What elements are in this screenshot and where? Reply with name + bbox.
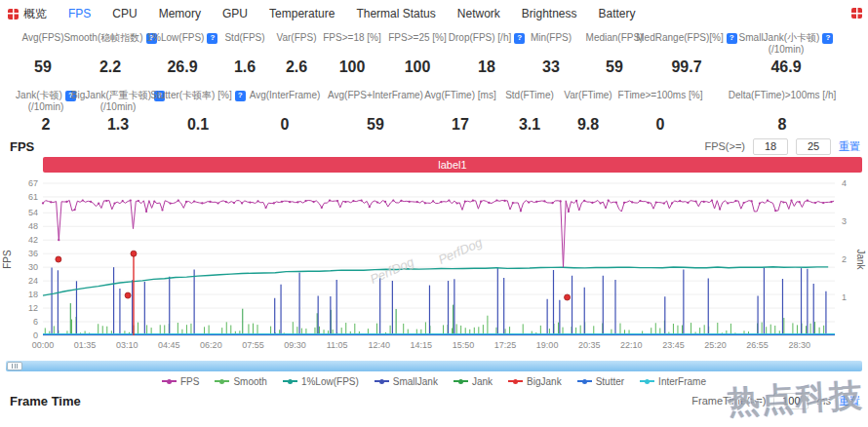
legend-item-jank[interactable]: Jank — [454, 376, 493, 387]
legend-item-1-low-fps-[interactable]: 1%Low(FPS) — [283, 376, 359, 387]
stat-value: 18 — [478, 58, 495, 76]
svg-text:28:30: 28:30 — [788, 340, 810, 350]
stat-label: Avg(FPS) — [21, 32, 63, 44]
nav-item-temperature[interactable]: Temperature — [269, 7, 335, 20]
svg-text:15:50: 15:50 — [453, 340, 475, 350]
svg-text:00:00: 00:00 — [32, 340, 55, 350]
fps-threshold-label: FPS(>=) — [704, 140, 745, 152]
svg-text:12: 12 — [28, 303, 38, 313]
stat-label: SmallJank(小卡顿) — [739, 32, 820, 44]
frametime-threshold-label: FrameTime(>=) — [691, 395, 766, 407]
dashboard-icon — [8, 9, 19, 19]
svg-text:3: 3 — [842, 216, 847, 226]
stat-value: 59 — [367, 116, 384, 134]
svg-text:48: 48 — [28, 221, 38, 231]
fps-chart: 6761544842363024181260432100:0001:3503:1… — [0, 174, 868, 359]
svg-text:19:00: 19:00 — [536, 340, 559, 350]
nav-item-label: Thermal Status — [356, 7, 435, 20]
svg-text:22:10: 22:10 — [620, 340, 643, 350]
legend-marker — [162, 380, 177, 382]
frametime-unit: ms — [816, 395, 831, 407]
fps-threshold-input-1[interactable] — [753, 138, 788, 155]
stat-value: 46.9 — [770, 58, 801, 76]
legend-item-bigjank[interactable]: BigJank — [508, 376, 562, 387]
stat-value: 2 — [42, 116, 51, 134]
stat-label: Var(FPS) — [277, 32, 317, 44]
stat-value: 33 — [542, 58, 560, 76]
stat-cell: FTime>=100ms [%]0 — [616, 90, 704, 134]
legend-item-smalljank[interactable]: SmallJank — [375, 376, 438, 387]
stat-cell: Delta(FTime)>100ms [/h]8 — [704, 90, 860, 134]
stat-cell: Drop(FPS) [/h]?18 — [453, 32, 521, 76]
stat-label: Drop(FPS) [/h] — [449, 32, 511, 44]
nav-item-fps[interactable]: FPS — [68, 7, 91, 20]
app-logo-icon[interactable] — [851, 8, 862, 19]
svg-text:25:20: 25:20 — [704, 340, 727, 350]
nav-item-memory[interactable]: Memory — [159, 7, 201, 20]
stat-cell: FPS>=25 [%]100 — [382, 32, 453, 76]
legend-item-fps[interactable]: FPS — [162, 376, 199, 387]
nav-item-gpu[interactable]: GPU — [222, 7, 248, 20]
stat-value: 0 — [281, 116, 290, 134]
svg-text:FPS: FPS — [2, 250, 13, 269]
legend-label: Smooth — [233, 376, 266, 387]
svg-text:0: 0 — [33, 330, 38, 340]
nav-item-label: Memory — [159, 7, 201, 20]
legend-item-stutter[interactable]: Stutter — [577, 376, 624, 387]
frametime-reset-button[interactable]: 重置 — [839, 394, 860, 408]
svg-text:24: 24 — [28, 276, 38, 286]
stat-label: Jank(卡顿) — [16, 90, 62, 101]
frametime-threshold-input[interactable] — [773, 393, 809, 409]
chart-legend: FPSSmooth1%Low(FPS)SmallJankJankBigJankS… — [0, 374, 868, 388]
stat-label: Avg(FPS+InterFrame) — [328, 90, 423, 101]
svg-text:23:45: 23:45 — [662, 340, 685, 350]
stat-value: 8 — [778, 116, 787, 134]
stats-row-1: Avg(FPS)59Smooth(稳帧指数)?2.21%Low(FPS)?26.… — [0, 32, 868, 76]
nav-item-overview[interactable]: 概览 — [8, 6, 47, 22]
help-icon[interactable]: ? — [207, 33, 217, 44]
fps-reset-button[interactable]: 重置 — [839, 139, 860, 154]
legend-label: FPS — [180, 376, 199, 387]
legend-item-smooth[interactable]: Smooth — [215, 376, 266, 387]
stat-label: Var(FTime) — [564, 90, 612, 101]
stat-cell: 1%Low(FPS)?26.9 — [146, 32, 218, 76]
svg-text:04:45: 04:45 — [158, 340, 180, 350]
stats-row-2: Jank(卡顿)?(/10min)2BigJank(严重卡顿)?(/10min)… — [0, 90, 868, 134]
stat-value: 59 — [606, 58, 623, 76]
stat-label-line2: (/10min) — [769, 44, 805, 56]
svg-text:2: 2 — [842, 254, 847, 264]
stat-value: 1.6 — [234, 58, 256, 76]
svg-text:03:10: 03:10 — [116, 340, 138, 350]
stat-value: 3.1 — [519, 116, 540, 134]
stat-value: 100 — [405, 58, 431, 76]
svg-text:14:15: 14:15 — [411, 340, 433, 350]
stat-value: 100 — [339, 58, 366, 76]
nav-item-brightness[interactable]: Brightness — [522, 7, 577, 20]
scrollbar-handle-icon[interactable] — [7, 362, 22, 370]
help-icon[interactable]: ? — [822, 33, 833, 44]
chart-label-banner: label1 — [43, 157, 862, 173]
nav-item-thermal-status[interactable]: Thermal Status — [356, 7, 435, 20]
legend-marker — [508, 380, 523, 382]
stat-label-line2: (/10min) — [100, 101, 137, 113]
legend-item-interframe[interactable]: InterFrame — [640, 376, 706, 387]
fps-threshold-input-2[interactable] — [796, 138, 831, 155]
nav-item-cpu[interactable]: CPU — [112, 7, 137, 20]
stat-label: Std(FPS) — [224, 32, 264, 44]
nav-item-label: FPS — [68, 7, 91, 20]
legend-label: InterFrame — [658, 376, 706, 387]
stat-value: 9.8 — [577, 116, 599, 134]
nav-item-battery[interactable]: Battery — [599, 7, 636, 20]
stat-value: 17 — [452, 116, 469, 134]
fps-chart-area: 6761544842363024181260432100:0001:3503:1… — [0, 174, 868, 359]
nav-item-network[interactable]: Network — [457, 7, 500, 20]
stat-cell: Avg(InterFrame)0 — [240, 90, 330, 134]
stat-label-line2: (/10min) — [28, 101, 64, 113]
chart-scrollbar[interactable] — [6, 361, 862, 371]
stat-cell: Smooth(稳帧指数)?2.2 — [74, 32, 146, 76]
stat-value: 2.6 — [286, 58, 307, 76]
stat-cell: SmallJank(小卡顿)?(/10min)46.9 — [726, 32, 847, 76]
svg-text:12:40: 12:40 — [368, 340, 390, 350]
svg-text:36: 36 — [28, 249, 38, 258]
svg-text:67: 67 — [28, 178, 38, 188]
